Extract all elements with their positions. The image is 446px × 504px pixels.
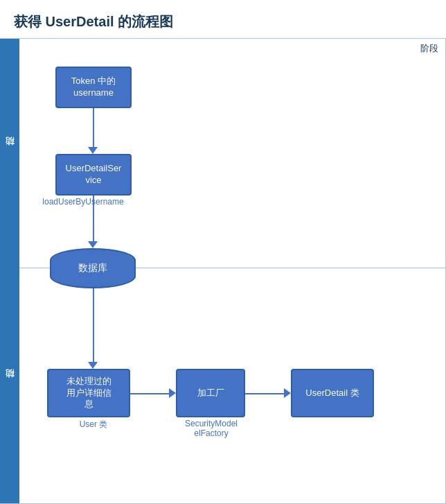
node-factory-label: 加工厂 <box>197 388 224 399</box>
node-service: UserDetailService <box>55 154 132 195</box>
arrowhead-token-service <box>88 147 98 154</box>
user-class-label: User 类 <box>59 419 128 431</box>
node-userdetail: UserDetail 类 <box>291 369 374 417</box>
diagram-container: 阶段 功能 功能 Token 中的username UserDetai <box>0 38 446 504</box>
page-title: 获得 UserDetail 的流程图 <box>0 0 446 37</box>
main-area: 阶段 功能 功能 Token 中的username UserDetai <box>0 38 446 504</box>
node-factory: 加工厂 <box>176 369 245 417</box>
arrow-token-service <box>93 108 94 150</box>
arrowhead-raw-factory <box>169 388 176 398</box>
arrow-factory-userdetail <box>245 393 287 394</box>
lane1-label: 功能 <box>0 39 19 268</box>
stage-label: 阶段 <box>420 42 438 55</box>
node-service-label: UserDetailService <box>66 163 122 186</box>
node-userdetail-label: UserDetail 类 <box>305 388 359 399</box>
security-factory-label: SecurityModelelFactory <box>166 419 256 438</box>
arrow-raw-factory <box>130 393 172 394</box>
node-raw: 未处理过的用户详细信息 <box>47 369 130 417</box>
arrow-service-db <box>93 195 94 244</box>
node-token: Token 中的username <box>55 67 132 108</box>
arrowhead-service-db <box>88 241 98 248</box>
load-user-label: loadUserByUsername <box>31 197 135 207</box>
node-token-label: Token 中的username <box>71 76 116 99</box>
arrow-db-raw <box>93 288 94 365</box>
node-db-label: 数据库 <box>78 262 107 275</box>
arrowhead-factory-userdetail <box>284 388 291 398</box>
lane2-label: 功能 <box>0 268 19 503</box>
node-raw-label: 未处理过的用户详细信息 <box>66 376 112 411</box>
node-db: 数据库 <box>50 248 136 288</box>
arrowhead-db-raw <box>88 362 98 369</box>
page: 获得 UserDetail 的流程图 阶段 功能 功能 Token 中的user… <box>0 0 446 504</box>
